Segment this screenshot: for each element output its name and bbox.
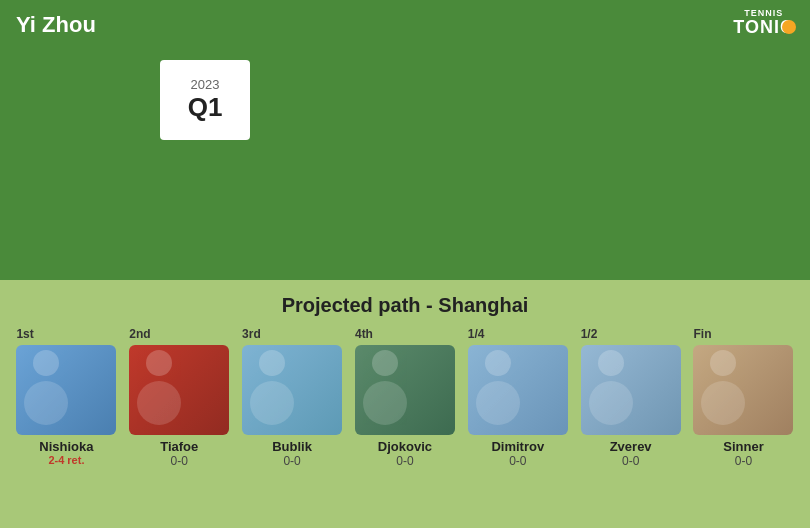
player-name-label: Djokovic bbox=[378, 439, 432, 454]
round-label: Fin bbox=[689, 327, 711, 341]
svg-point-7 bbox=[363, 381, 407, 425]
player-score: 0-0 bbox=[283, 454, 300, 468]
player-name-label: Tiafoe bbox=[160, 439, 198, 454]
player-card-sinner: Fin Sinner0-0 bbox=[689, 327, 797, 468]
round-label: 1/2 bbox=[577, 327, 598, 341]
player-score: 0-0 bbox=[509, 454, 526, 468]
player-card-tiafoe: 2nd Tiafoe0-0 bbox=[125, 327, 233, 468]
player-card-dimitrov: 1/4 Dimitrov0-0 bbox=[464, 327, 572, 468]
player-name-label: Sinner bbox=[723, 439, 763, 454]
player-photo-dimitrov bbox=[468, 345, 568, 435]
player-photo-nishioka bbox=[16, 345, 116, 435]
player-photo-sinner bbox=[693, 345, 793, 435]
player-photo-tiafoe bbox=[129, 345, 229, 435]
svg-point-12 bbox=[710, 350, 736, 376]
round-label: 1st bbox=[12, 327, 33, 341]
player-score: 0-0 bbox=[171, 454, 188, 468]
player-name-label: Zverev bbox=[610, 439, 652, 454]
player-name: Yi Zhou bbox=[16, 12, 96, 38]
player-photo-djokovic bbox=[355, 345, 455, 435]
tournament-card: 2023 Q1 bbox=[160, 60, 250, 140]
svg-point-10 bbox=[598, 350, 624, 376]
svg-point-3 bbox=[137, 381, 181, 425]
projected-path-title: Projected path - Shanghai bbox=[0, 280, 810, 327]
player-name-label: Nishioka bbox=[39, 439, 93, 454]
player-score: 2-4 ret. bbox=[48, 454, 84, 466]
tournament-round: Q1 bbox=[188, 92, 223, 123]
bottom-section: Projected path - Shanghai 1st Nishioka2-… bbox=[0, 280, 810, 528]
player-name-label: Dimitrov bbox=[491, 439, 544, 454]
player-score: 0-0 bbox=[735, 454, 752, 468]
player-photo-bublik bbox=[242, 345, 342, 435]
player-name-label: Bublik bbox=[272, 439, 312, 454]
round-label: 2nd bbox=[125, 327, 150, 341]
player-card-bublik: 3rd Bublik0-0 bbox=[238, 327, 346, 468]
svg-point-11 bbox=[589, 381, 633, 425]
svg-point-5 bbox=[250, 381, 294, 425]
svg-point-0 bbox=[33, 350, 59, 376]
svg-point-8 bbox=[485, 350, 511, 376]
round-label: 1/4 bbox=[464, 327, 485, 341]
player-score: 0-0 bbox=[396, 454, 413, 468]
svg-point-2 bbox=[146, 350, 172, 376]
logo: TENNIS TONIC bbox=[733, 8, 794, 37]
player-card-nishioka: 1st Nishioka2-4 ret. bbox=[12, 327, 120, 466]
player-card-zverev: 1/2 Zverev0-0 bbox=[577, 327, 685, 468]
top-section: Yi Zhou TENNIS TONIC 2023 Q1 bbox=[0, 0, 810, 280]
players-row: 1st Nishioka2-4 ret.2nd Tiafoe0-03rd Bub… bbox=[0, 327, 810, 468]
player-score: 0-0 bbox=[622, 454, 639, 468]
svg-point-6 bbox=[372, 350, 398, 376]
svg-point-1 bbox=[24, 381, 68, 425]
svg-point-4 bbox=[259, 350, 285, 376]
player-photo-zverev bbox=[581, 345, 681, 435]
player-card-djokovic: 4th Djokovic0-0 bbox=[351, 327, 459, 468]
tournament-year: 2023 bbox=[191, 77, 220, 92]
svg-point-13 bbox=[701, 381, 745, 425]
round-label: 4th bbox=[351, 327, 373, 341]
logo-ball-icon bbox=[782, 20, 796, 34]
svg-point-9 bbox=[476, 381, 520, 425]
round-label: 3rd bbox=[238, 327, 261, 341]
